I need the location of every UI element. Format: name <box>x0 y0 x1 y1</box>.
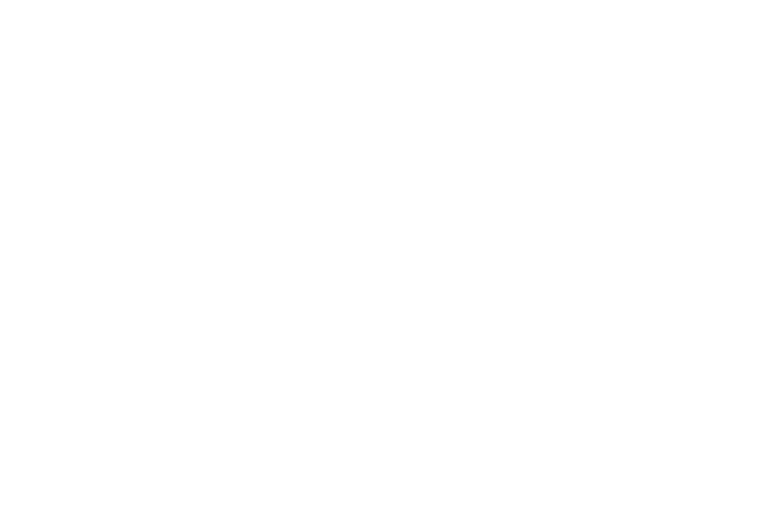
boxplot-chart <box>0 0 766 532</box>
